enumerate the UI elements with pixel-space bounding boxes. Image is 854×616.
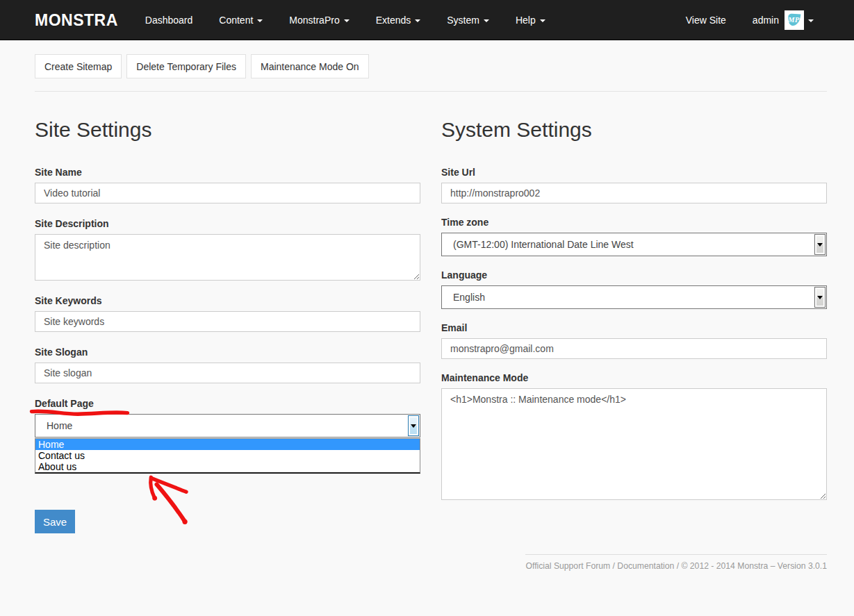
site-description-group: Site Description Site description [35, 218, 420, 281]
email-group: Email [441, 322, 827, 359]
site-name-group: Site Name [35, 167, 420, 203]
site-keywords-label: Site Keywords [35, 295, 420, 306]
select-arrow-button[interactable] [408, 415, 419, 436]
language-select[interactable]: English [441, 285, 827, 309]
select-arrow-button[interactable] [814, 234, 826, 255]
nav-item-dashboard[interactable]: Dashboard [132, 0, 206, 40]
timezone-label: Time zone [441, 217, 827, 228]
nav-item-help[interactable]: Help [502, 0, 559, 40]
maintenance-mode-on-button[interactable]: Maintenance Mode On [251, 54, 369, 78]
nav-item-view-site[interactable]: View Site [673, 0, 739, 40]
nav-item-user-menu[interactable]: adminMP [739, 0, 827, 40]
brand-logo[interactable]: MONSTRA [35, 0, 118, 40]
site-url-group: Site Url [441, 167, 827, 203]
site-settings-panel: Site Settings Site Name Site Description… [35, 92, 420, 533]
site-keywords-input[interactable] [35, 311, 420, 332]
site-slogan-group: Site Slogan [35, 347, 420, 383]
site-name-label: Site Name [35, 167, 420, 178]
chevron-down-icon [415, 19, 420, 22]
dropdown-option-contact-us[interactable]: Contact us [35, 450, 420, 461]
avatar: MP [785, 10, 804, 30]
save-button[interactable]: Save [35, 510, 75, 533]
language-group: Language English [441, 269, 827, 309]
user-name: admin [753, 15, 779, 26]
timezone-group: Time zone (GMT-12:00) International Date… [441, 217, 827, 256]
nav-item-extends[interactable]: Extends [363, 0, 434, 40]
default-page-label: Default Page [35, 398, 420, 409]
system-settings-panel: System Settings Site Url Time zone (GMT-… [441, 92, 827, 533]
dropdown-option-home[interactable]: Home [35, 439, 420, 450]
nav-item-monstrapro[interactable]: MonstraPro [276, 0, 362, 40]
chevron-down-icon [540, 19, 545, 22]
delete-temporary-files-button[interactable]: Delete Temporary Files [126, 54, 246, 78]
chevron-down-icon [344, 19, 350, 22]
footer-text: Official Support Forum / Documentation /… [525, 554, 827, 572]
main-nav: Dashboard Content MonstraPro Extends Sys… [132, 0, 673, 40]
site-name-input[interactable] [35, 183, 420, 203]
user-nav: View Site adminMP [673, 0, 827, 40]
site-description-label: Site Description [35, 218, 420, 229]
site-keywords-group: Site Keywords [35, 295, 420, 332]
default-page-dropdown: Home Contact us About us [35, 438, 420, 474]
timezone-select[interactable]: (GMT-12:00) International Date Line West [441, 233, 827, 256]
select-arrow-button[interactable] [814, 287, 826, 308]
default-page-group: Default Page Home Home Contact us About … [35, 398, 420, 438]
create-sitemap-button[interactable]: Create Sitemap [35, 54, 122, 78]
site-description-textarea[interactable]: Site description [35, 234, 420, 281]
nav-item-content[interactable]: Content [206, 0, 276, 40]
maintenance-mode-textarea[interactable]: <h1>Monstra :: Maintenance mode</h1> [441, 388, 827, 500]
email-input[interactable] [441, 338, 827, 359]
maintenance-mode-label: Maintenance Mode [441, 372, 827, 383]
navbar: MONSTRA Dashboard Content MonstraPro Ext… [0, 0, 854, 40]
dropdown-option-about-us[interactable]: About us [35, 461, 420, 472]
site-slogan-label: Site Slogan [35, 347, 420, 358]
email-label: Email [441, 322, 827, 333]
chevron-down-icon [808, 19, 814, 22]
site-settings-title: Site Settings [35, 117, 420, 142]
site-url-label: Site Url [441, 167, 827, 178]
chevron-down-icon [257, 19, 263, 22]
language-label: Language [441, 269, 827, 281]
nav-item-system[interactable]: System [434, 0, 502, 40]
chevron-down-icon [484, 19, 489, 22]
footer: Official Support Forum / Documentation /… [35, 554, 827, 572]
svg-text:MP: MP [787, 16, 799, 24]
maintenance-mode-group: Maintenance Mode <h1>Monstra :: Maintena… [441, 372, 827, 500]
site-slogan-input[interactable] [35, 363, 420, 383]
default-page-select[interactable]: Home [35, 414, 420, 438]
site-url-input[interactable] [441, 183, 827, 203]
system-settings-title: System Settings [441, 117, 827, 142]
toolbar: Create Sitemap Delete Temporary Files Ma… [35, 54, 827, 78]
